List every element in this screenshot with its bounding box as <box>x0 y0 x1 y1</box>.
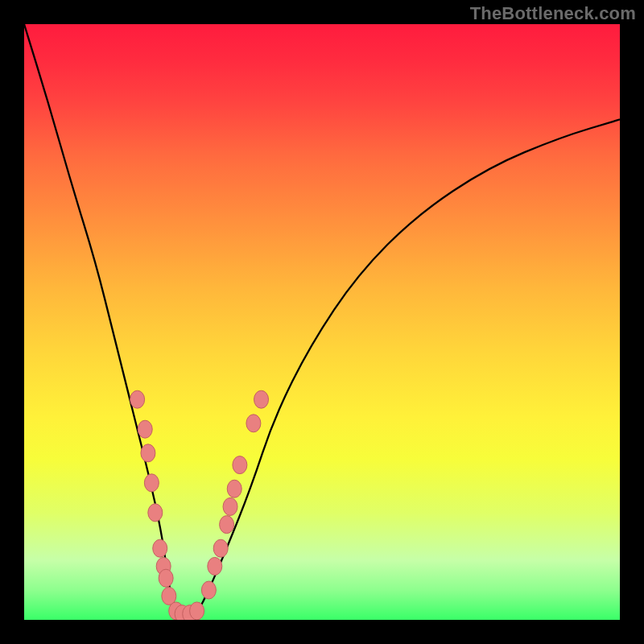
marker-dot <box>159 569 173 587</box>
chart-svg <box>24 24 620 620</box>
watermark-text: TheBottleneck.com <box>470 3 636 24</box>
marker-dot <box>130 390 145 408</box>
marker-dot <box>148 504 163 522</box>
marker-dot <box>246 415 261 432</box>
marker-dot <box>144 474 159 492</box>
marker-dot <box>201 581 216 599</box>
marker-dot <box>233 456 247 474</box>
marker-dot <box>227 480 242 497</box>
plot-area <box>24 24 620 620</box>
chart-frame: TheBottleneck.com <box>0 0 644 644</box>
bottleneck-curve <box>24 24 620 614</box>
marker-dot <box>254 390 269 408</box>
marker-dot <box>138 420 152 438</box>
marker-dot <box>213 539 228 557</box>
marker-dot <box>220 516 234 534</box>
marker-dot <box>223 497 237 515</box>
marker-dot <box>153 539 167 557</box>
data-markers <box>130 390 269 620</box>
marker-dot <box>208 557 222 575</box>
marker-dot <box>141 444 155 462</box>
marker-dot <box>190 602 204 620</box>
